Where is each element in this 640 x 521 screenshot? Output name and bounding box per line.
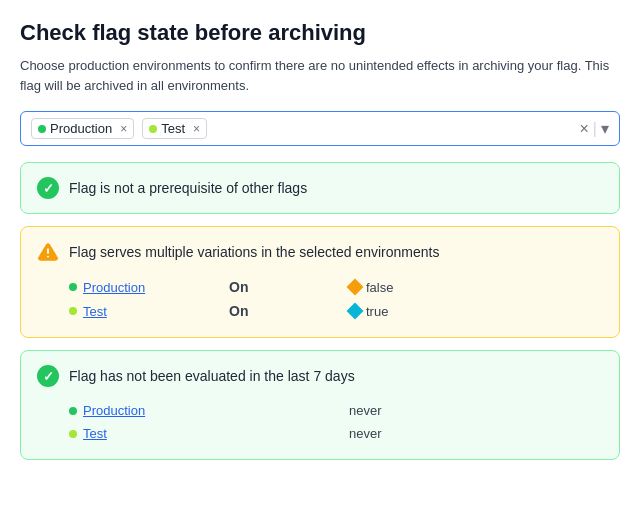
production-variation: false [349, 280, 469, 295]
test-eval-status: never [349, 426, 469, 441]
production-tag-label: Production [50, 121, 112, 136]
false-variation-icon [347, 279, 364, 296]
variations-card-body: Production On false Test On true [37, 275, 603, 323]
table-row: Test On true [69, 299, 603, 323]
expand-selector-button[interactable]: ▾ [601, 119, 609, 138]
true-variation-label: true [366, 304, 388, 319]
env-tag-production[interactable]: Production × [31, 118, 134, 139]
test-env-name: Test [69, 304, 229, 319]
test-remove-button[interactable]: × [193, 122, 200, 136]
production-status: On [229, 279, 349, 295]
test-tag-label: Test [161, 121, 185, 136]
prerequisite-message: Flag is not a prerequisite of other flag… [69, 180, 307, 196]
evaluation-card: Flag has not been evaluated in the last … [20, 350, 620, 460]
production-remove-button[interactable]: × [120, 122, 127, 136]
warning-icon [37, 241, 59, 263]
false-variation-label: false [366, 280, 393, 295]
table-row: Production never [69, 399, 603, 422]
production-eval-dot [69, 407, 77, 415]
production-env-name: Production [69, 280, 229, 295]
variations-card-header: Flag serves multiple variations in the s… [37, 241, 603, 263]
environment-selector[interactable]: Production × Test × × | ▾ [20, 111, 620, 146]
evaluation-message: Flag has not been evaluated in the last … [69, 368, 355, 384]
true-variation-icon [347, 303, 364, 320]
test-eval-env-name: Test [69, 426, 229, 441]
test-variation: true [349, 304, 469, 319]
table-row: Test never [69, 422, 603, 445]
test-status-dot [69, 307, 77, 315]
selector-actions: × | ▾ [580, 119, 610, 138]
variations-message: Flag serves multiple variations in the s… [69, 244, 439, 260]
prerequisite-card: Flag is not a prerequisite of other flag… [20, 162, 620, 214]
test-status: On [229, 303, 349, 319]
production-status-dot [69, 283, 77, 291]
variations-card: Flag serves multiple variations in the s… [20, 226, 620, 338]
env-tag-test[interactable]: Test × [142, 118, 207, 139]
evaluation-card-body: Production never Test never [37, 399, 603, 445]
production-env-link[interactable]: Production [83, 280, 145, 295]
check-icon-2 [37, 365, 59, 387]
test-eval-dot [69, 430, 77, 438]
production-eval-env-name: Production [69, 403, 229, 418]
production-eval-status: never [349, 403, 469, 418]
clear-selector-button[interactable]: × [580, 120, 589, 138]
test-env-link[interactable]: Test [83, 304, 107, 319]
production-eval-link[interactable]: Production [83, 403, 145, 418]
page-description: Choose production environments to confir… [20, 56, 620, 95]
production-dot [38, 125, 46, 133]
prerequisite-card-header: Flag is not a prerequisite of other flag… [37, 177, 603, 199]
page-title: Check flag state before archiving [20, 20, 620, 46]
check-icon [37, 177, 59, 199]
evaluation-card-header: Flag has not been evaluated in the last … [37, 365, 603, 387]
test-dot [149, 125, 157, 133]
test-eval-link[interactable]: Test [83, 426, 107, 441]
table-row: Production On false [69, 275, 603, 299]
